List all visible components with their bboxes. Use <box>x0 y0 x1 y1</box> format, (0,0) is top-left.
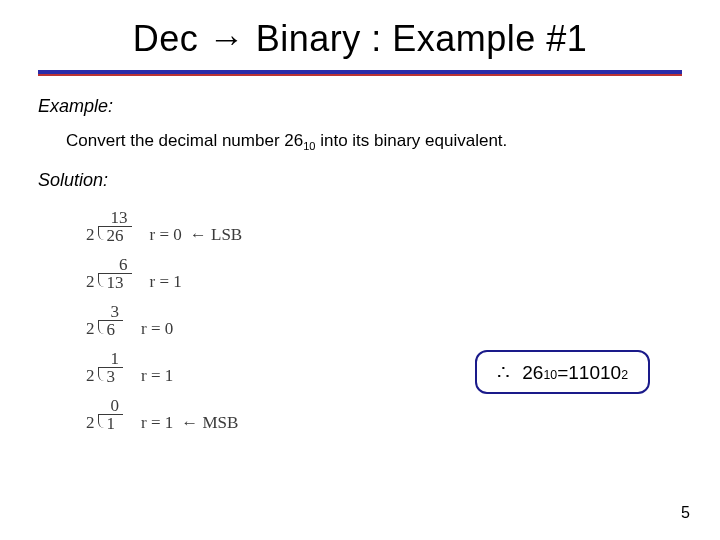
remainder: r = 0 <box>141 320 173 337</box>
example-prompt: Convert the decimal number 2610 into its… <box>66 131 682 152</box>
remainder: r = 0 <box>150 226 182 243</box>
division-box: 0 1 <box>101 415 122 432</box>
remainder: r = 1 <box>150 273 182 290</box>
answer-rhs: 11010 <box>568 362 621 384</box>
division-step: 2 13 26 r = 0 ← LSB <box>86 197 682 244</box>
divisor: 2 <box>86 320 95 337</box>
divisor: 2 <box>86 414 95 431</box>
answer-lhs: 26 <box>522 362 543 384</box>
solution-label: Solution: <box>38 170 682 191</box>
division-bar <box>98 414 124 428</box>
answer-lhs-sub: 10 <box>543 368 557 382</box>
long-division-work: 2 13 26 r = 0 ← LSB 2 6 13 r = 1 2 3 6 <box>86 197 682 432</box>
page-number: 5 <box>681 504 690 522</box>
answer-eq: = <box>557 362 568 384</box>
prompt-sub: 10 <box>303 140 315 152</box>
remainder: r = 1 <box>141 414 173 431</box>
quotient: 0 <box>111 397 120 414</box>
slide: Dec → Binary : Example #1 Example: Conve… <box>0 0 720 540</box>
division-box: 3 6 <box>101 321 122 338</box>
answer-box: ∴ 2610 = 110102 <box>475 350 650 394</box>
title-rule <box>38 70 682 76</box>
page-title: Dec → Binary : Example #1 <box>38 18 682 60</box>
division-box: 6 13 <box>101 274 130 291</box>
division-bar <box>98 226 132 240</box>
division-bar <box>98 320 124 334</box>
division-step: 2 3 6 r = 0 <box>86 291 682 338</box>
prompt-pre: Convert the decimal number 26 <box>66 131 303 150</box>
prompt-post: into its binary equivalent. <box>315 131 507 150</box>
quotient: 3 <box>111 303 120 320</box>
therefore-symbol: ∴ <box>497 360 510 384</box>
lsb-note: ← LSB <box>190 226 242 243</box>
remainder: r = 1 <box>141 367 173 384</box>
quotient: 1 <box>111 350 120 367</box>
quotient: 6 <box>119 256 128 273</box>
example-label: Example: <box>38 96 682 117</box>
msb-note: ← MSB <box>181 414 238 431</box>
quotient: 13 <box>111 209 128 226</box>
division-box: 13 26 <box>101 227 130 244</box>
division-step: 2 6 13 r = 1 <box>86 244 682 291</box>
division-bar <box>98 367 124 381</box>
answer-rhs-sub: 2 <box>621 368 628 382</box>
division-box: 1 3 <box>101 368 122 385</box>
division-bar <box>98 273 132 287</box>
divisor: 2 <box>86 273 95 290</box>
divisor: 2 <box>86 226 95 243</box>
divisor: 2 <box>86 367 95 384</box>
